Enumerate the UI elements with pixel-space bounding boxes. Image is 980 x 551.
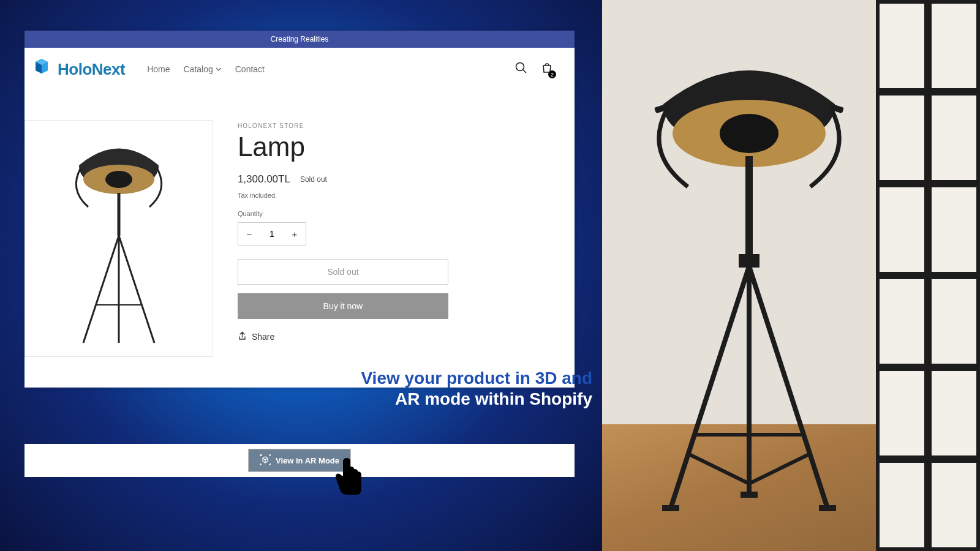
svg-line-19 [671,266,749,508]
window-pane [928,459,980,551]
buy-now-button[interactable]: Buy it now [238,293,448,319]
product-details: HOLONEXT STORE Lamp 1,300.00TL Sold out … [213,120,575,357]
qty-increment-button[interactable]: + [284,223,306,245]
tax-label: Tax included. [238,192,575,199]
marketing-line2: AR mode within Shopify [361,389,592,409]
svg-line-20 [749,266,827,508]
ar-bar: View in AR Mode [24,444,575,477]
qty-decrement-button[interactable]: − [238,223,260,245]
room-preview [602,0,980,551]
site-nav: HoloNext Home Catalog Contact 2 [24,48,575,91]
share-label: Share [252,332,274,342]
svg-line-24 [749,453,812,484]
announcement-text: Creating Realities [271,35,329,43]
nav-catalog-label: Catalog [183,64,213,74]
cart-badge: 2 [548,70,556,78]
nav-links: Home Catalog Contact [147,64,265,74]
product-title: Lamp [238,132,575,162]
lamp-illustration-icon [27,129,211,349]
nav-contact[interactable]: Contact [235,64,265,74]
search-icon[interactable] [514,61,528,77]
chevron-down-icon [216,64,222,74]
promo-left-region: Creating Realities HoloNext Home Catalog [0,0,602,551]
window-pane [928,184,980,276]
product-area: HOLONEXT STORE Lamp 1,300.00TL Sold out … [24,91,575,357]
share-icon [238,331,247,342]
lamp-in-room-icon [614,55,884,533]
svg-line-9 [83,236,119,343]
marketing-line1: View your product in 3D and [361,369,592,388]
product-image[interactable] [24,120,213,357]
window-grid [876,0,980,551]
vendor-label: HOLONEXT STORE [238,122,575,129]
product-price: 1,300.00TL [238,173,290,186]
marketing-caption: View your product in 3D and AR mode with… [361,369,592,409]
window-pane [928,0,980,92]
window-pane [928,367,980,459]
svg-line-10 [119,236,154,343]
quantity-label: Quantity [238,210,575,217]
ar-cube-icon [260,454,271,467]
qty-value: 1 [260,229,284,239]
share-button[interactable]: Share [238,331,575,342]
quantity-stepper: − 1 + [238,222,306,246]
svg-point-4 [516,63,524,71]
view-ar-label: View in AR Mode [276,456,339,465]
cart-icon[interactable]: 2 [540,61,554,77]
window-pane [928,92,980,184]
svg-point-7 [105,171,132,188]
brand-mark-icon [29,57,54,81]
nav-catalog[interactable]: Catalog [183,64,221,74]
svg-line-5 [523,70,526,73]
svg-line-23 [687,453,749,484]
nav-home[interactable]: Home [147,64,170,74]
availability-label: Sold out [300,175,327,184]
price-row: 1,300.00TL Sold out [238,173,575,186]
brand-logo[interactable]: HoloNext [29,57,125,81]
cursor-hand-icon [331,458,368,501]
svg-rect-18 [739,254,760,268]
storefront-panel: Creating Realities HoloNext Home Catalog [24,31,575,388]
svg-point-14 [720,114,778,153]
sold-out-button[interactable]: Sold out [238,259,448,285]
window-pane [928,276,980,367]
announcement-bar: Creating Realities [24,31,575,48]
nav-icons: 2 [514,61,570,77]
brand-name: HoloNext [58,60,125,79]
